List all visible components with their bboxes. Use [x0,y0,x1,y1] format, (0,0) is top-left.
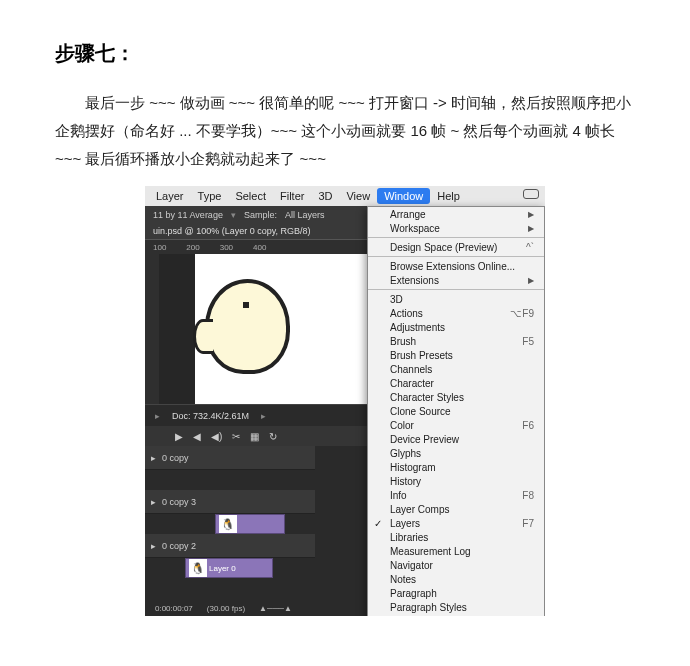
prev-icon[interactable]: ◀ [193,431,201,442]
submenu-arrow-icon: ▶ [528,224,534,233]
menu-item-paths[interactable]: Paths [368,614,544,616]
timeline-layer[interactable]: ▸0 copy 2 [145,534,315,558]
menu-item-arrange[interactable]: Arrange▶ [368,207,544,221]
split-icon[interactable]: ✂ [232,431,240,442]
menu-help[interactable]: Help [430,188,467,204]
doc-size: Doc: 732.4K/2.61M [172,411,249,421]
menu-item-layers[interactable]: LayersF7 [368,516,544,530]
menu-3d[interactable]: 3D [311,188,339,204]
menu-layer[interactable]: Layer [149,188,191,204]
audio-icon[interactable]: ◀) [211,431,222,442]
submenu-arrow-icon: ▶ [528,276,534,285]
menu-select[interactable]: Select [228,188,273,204]
menu-item-color[interactable]: ColorF6 [368,418,544,432]
clip-thumb-icon: 🐧 [189,559,207,577]
clip-thumb-icon: 🐧 [219,515,237,533]
menu-item-libraries[interactable]: Libraries [368,530,544,544]
menu-item-notes[interactable]: Notes [368,572,544,586]
zoom-slider-icon[interactable]: ▲───▲ [259,604,292,613]
menu-item-device-preview[interactable]: Device Preview [368,432,544,446]
timeline-layer[interactable]: ▸0 copy 3 [145,490,315,514]
menu-item-measurement-log[interactable]: Measurement Log [368,544,544,558]
menu-item-info[interactable]: InfoF8 [368,488,544,502]
menu-item-browse-extensions-online-[interactable]: Browse Extensions Online... [368,259,544,273]
ruler-vertical [145,254,159,404]
menu-item-character-styles[interactable]: Character Styles [368,390,544,404]
sample-mode[interactable]: 11 by 11 Average [153,210,223,220]
sample-label: Sample: [244,210,277,220]
fps: (30.00 fps) [207,604,245,613]
menu-type[interactable]: Type [191,188,229,204]
screen-mode-icon[interactable] [523,189,539,199]
app-menubar: Layer Type Select Filter 3D View Window … [145,186,545,206]
timecode: 0:00:00:07 [155,604,193,613]
menu-item-extensions[interactable]: Extensions▶ [368,273,544,287]
photoshop-screenshot: Layer Type Select Filter 3D View Window … [145,186,545,616]
menu-item-channels[interactable]: Channels [368,362,544,376]
timeline-clip[interactable]: 🐧 [215,514,285,534]
window-menu-dropdown: Arrange▶Workspace▶Design Space (Preview)… [367,206,545,616]
menu-item-glyphs[interactable]: Glyphs [368,446,544,460]
menu-item-character[interactable]: Character [368,376,544,390]
timeline-layer[interactable]: ▸0 copy [145,446,315,470]
menu-item-design-space-preview-[interactable]: Design Space (Preview)^` [368,240,544,254]
step-heading: 步骤七： [55,40,635,67]
menu-window[interactable]: Window [377,188,430,204]
menu-item-layer-comps[interactable]: Layer Comps [368,502,544,516]
loop-icon[interactable]: ↻ [269,431,277,442]
menu-item-histogram[interactable]: Histogram [368,460,544,474]
menu-filter[interactable]: Filter [273,188,311,204]
menu-item-3d[interactable]: 3D [368,292,544,306]
menu-item-paragraph[interactable]: Paragraph [368,586,544,600]
menu-item-navigator[interactable]: Navigator [368,558,544,572]
timeline-clip[interactable]: 🐧 Layer 0 [185,558,273,578]
menu-item-paragraph-styles[interactable]: Paragraph Styles [368,600,544,614]
menu-item-adjustments[interactable]: Adjustments [368,320,544,334]
menu-item-brush[interactable]: BrushF5 [368,334,544,348]
menu-item-actions[interactable]: Actions⌥F9 [368,306,544,320]
menu-item-workspace[interactable]: Workspace▶ [368,221,544,235]
menu-item-brush-presets[interactable]: Brush Presets [368,348,544,362]
menu-item-history[interactable]: History [368,474,544,488]
submenu-arrow-icon: ▶ [528,210,534,219]
menu-item-clone-source[interactable]: Clone Source [368,404,544,418]
step-body: 最后一步 ~~~ 做动画 ~~~ 很简单的呢 ~~~ 打开窗口 -> 时间轴，然… [55,89,635,172]
menu-view[interactable]: View [339,188,377,204]
penguin-artwork [185,264,305,394]
transition-icon[interactable]: ▦ [250,431,259,442]
play-icon[interactable]: ▶ [175,431,183,442]
sample-scope[interactable]: All Layers [285,210,325,220]
